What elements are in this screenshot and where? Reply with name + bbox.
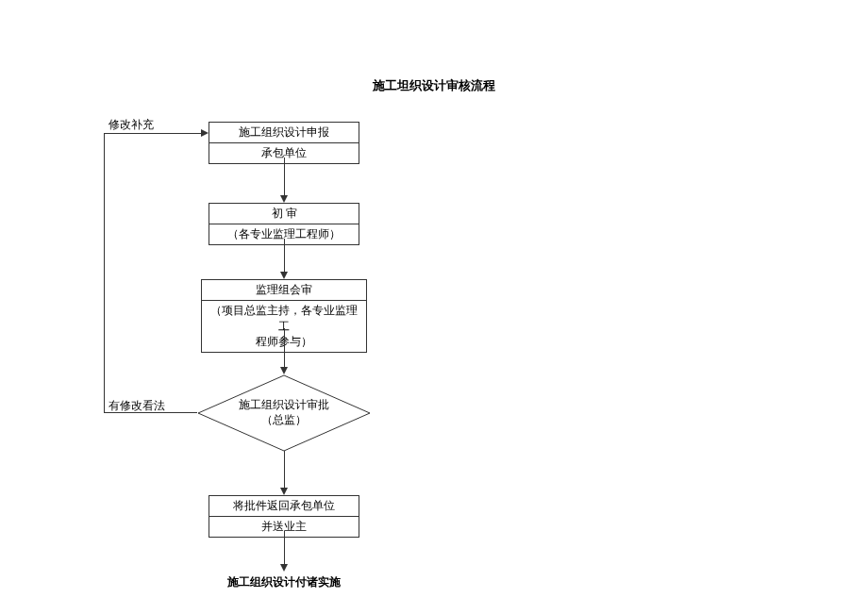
- box-submit-title: 施工组织设计申报: [209, 123, 359, 142]
- decision-title: 施工组织设计审批: [239, 398, 329, 413]
- box-return-title: 将批件返回承包单位: [209, 496, 359, 516]
- feedback-h-top: [104, 133, 201, 134]
- arrow-2-head: [280, 272, 288, 279]
- decision-approval: 施工组织设计审批 （总监）: [197, 374, 371, 452]
- arrow-5-head: [280, 564, 288, 572]
- arrow-3-line: [284, 328, 285, 368]
- label-modify-top: 修改补充: [108, 117, 154, 133]
- label-has-modify: 有修改看法: [108, 398, 165, 414]
- decision-sub: （总监）: [261, 413, 307, 428]
- feedback-v: [104, 133, 105, 413]
- arrow-1-head: [280, 195, 288, 203]
- box-initial-title: 初 审: [209, 204, 359, 224]
- arrow-4-head: [280, 488, 288, 495]
- arrow-5-line: [284, 531, 285, 565]
- arrow-2-line: [284, 239, 285, 273]
- arrow-4-line: [284, 451, 285, 489]
- feedback-arrowhead: [201, 129, 209, 137]
- final-implementation: 施工组织设计付诸实施: [209, 574, 359, 590]
- box-group-title: 监理组会审: [202, 280, 366, 300]
- arrow-1-line: [284, 158, 285, 196]
- flowchart-title: 施工坦织设计审核流程: [0, 77, 868, 94]
- arrow-3-head: [280, 367, 288, 374]
